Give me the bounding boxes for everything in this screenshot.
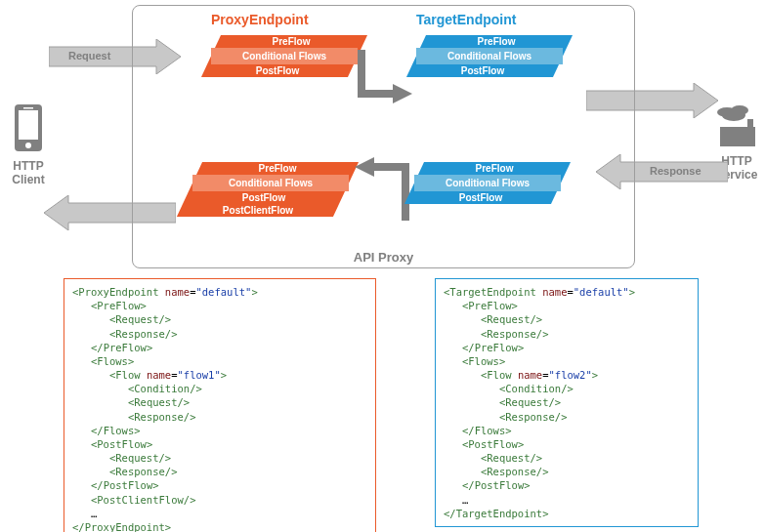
svg-rect-9 (747, 119, 753, 131)
svg-marker-15 (355, 157, 374, 177)
response-label: Response (650, 165, 701, 177)
postflow-label: PostFlow (186, 191, 342, 204)
request-label: Request (68, 50, 110, 61)
postflow-label: PostFlow (407, 191, 554, 204)
conditional-label: Conditional Flows (414, 175, 561, 191)
conditional-label: Conditional Flows (192, 175, 349, 191)
target-endpoint-title: TargetEndpoint (416, 12, 516, 27)
preflow-label: PreFlow (218, 35, 364, 48)
target-response-block: PreFlow Conditional Flows PostFlow (404, 162, 571, 204)
target-request-block: PreFlow Conditional Flows PostFlow (406, 35, 573, 77)
conditional-label: Conditional Flows (211, 48, 358, 64)
api-proxy-box: ProxyEndpoint TargetEndpoint API Proxy P… (132, 5, 635, 268)
mobile-phone-icon (11, 102, 46, 156)
preflow-label: PreFlow (421, 162, 568, 175)
preflow-label: PreFlow (423, 35, 570, 48)
postclient-label: PostClientFlow (180, 204, 336, 217)
proxy-request-block: PreFlow Conditional Flows PostFlow (201, 35, 367, 77)
svg-rect-3 (23, 107, 33, 109)
conditional-label: Conditional Flows (416, 48, 563, 64)
postflow-label: PostFlow (204, 64, 351, 77)
api-proxy-footer: API Proxy (133, 250, 634, 265)
client-label-2: Client (0, 173, 57, 186)
client-label-1: HTTP (0, 159, 57, 173)
connector-top (356, 45, 414, 113)
postflow-label: PostFlow (409, 64, 556, 77)
factory-icon (712, 102, 761, 151)
svg-point-2 (25, 143, 31, 148)
preflow-label: PreFlow (199, 162, 356, 175)
connector-bottom (353, 157, 411, 225)
svg-rect-1 (19, 110, 38, 140)
svg-point-6 (722, 109, 745, 121)
svg-marker-14 (393, 84, 412, 103)
http-client: HTTP Client (0, 102, 57, 186)
proxy-response-block: PreFlow Conditional Flows PostFlow PostC… (177, 162, 359, 217)
proxy-endpoint-xml: <ProxyEndpoint name="default"> <PreFlow>… (64, 278, 376, 532)
target-endpoint-xml: <TargetEndpoint name="default"> <PreFlow… (435, 278, 699, 527)
proxy-endpoint-title: ProxyEndpoint (211, 12, 309, 27)
